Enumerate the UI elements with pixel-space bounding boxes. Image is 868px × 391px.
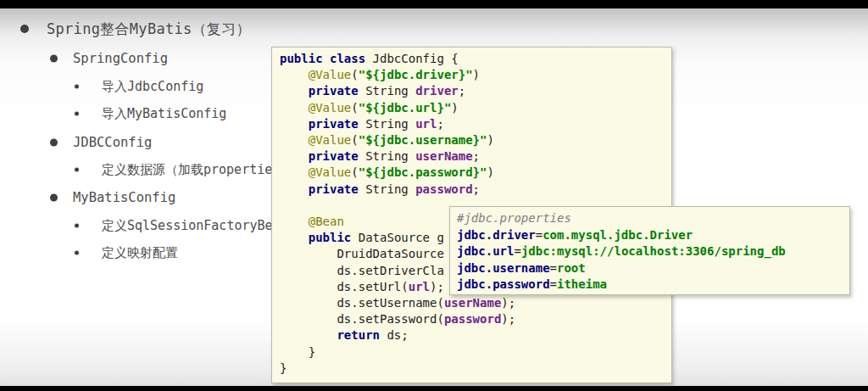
bullet-icon bbox=[50, 55, 58, 63]
outline-item-label: 导入JdbcConfig bbox=[102, 79, 203, 95]
code-line: jdbc.url=jdbc:mysql://localhost:3306/spr… bbox=[457, 243, 849, 260]
top-letterbox-bar bbox=[0, 0, 868, 8]
bullet-icon bbox=[75, 112, 79, 116]
code-line: } bbox=[280, 360, 671, 377]
bullet-icon bbox=[50, 194, 58, 202]
outline-item-label: 定义数据源（加载propertie bbox=[102, 162, 272, 178]
bottom-letterbox-bar bbox=[0, 386, 868, 391]
bullet-icon bbox=[75, 251, 79, 255]
outline-item-label: 导入MyBatisConfig bbox=[102, 106, 226, 122]
properties-code-panel: #jdbc.propertiesjdbc.driver=com.mysql.jd… bbox=[449, 206, 850, 295]
code-line: jdbc.driver=com.mysql.jdbc.Driver bbox=[457, 227, 849, 244]
outline-item-label: MyBatisConfig bbox=[73, 190, 175, 205]
code-line: private String userName; bbox=[280, 148, 671, 165]
code-line: private String driver; bbox=[280, 83, 671, 99]
code-line: @Value("${jdbc.url}") bbox=[280, 100, 671, 116]
bullet-icon bbox=[75, 168, 79, 172]
code-line: private String password; bbox=[280, 182, 671, 198]
code-line: @Value("${jdbc.username}") bbox=[280, 132, 671, 148]
outline-item-label: SpringConfig bbox=[73, 51, 168, 66]
outline-item-label: JDBCConfig bbox=[73, 135, 152, 150]
bullet-icon bbox=[75, 224, 79, 228]
bullet-icon bbox=[20, 25, 29, 33]
code-line: #jdbc.properties bbox=[457, 210, 849, 227]
slide: Spring整合MyBatis（复习） SpringConfig导入JdbcCo… bbox=[0, 8, 868, 386]
code-line: } bbox=[280, 344, 671, 360]
code-line: private String url; bbox=[280, 116, 671, 132]
slide-title-row: Spring整合MyBatis（复习） bbox=[0, 19, 868, 39]
code-line: jdbc.password=itheima bbox=[457, 276, 849, 293]
code-line: ds.setPassword(password); bbox=[280, 311, 671, 327]
bullet-icon bbox=[75, 85, 79, 89]
code-line: @Value("${jdbc.driver}") bbox=[280, 67, 671, 83]
outline-item-label: 定义SqlSessionFactoryBe bbox=[102, 218, 273, 234]
code-line: return ds; bbox=[280, 327, 671, 344]
outline-item-label: 定义映射配置 bbox=[102, 245, 178, 261]
slide-title: Spring整合MyBatis（复习） bbox=[47, 20, 251, 39]
code-line: @Value("${jdbc.password}") bbox=[280, 165, 671, 181]
code-line: jdbc.username=root bbox=[457, 260, 849, 277]
code-line: public class JdbcConfig { bbox=[280, 51, 671, 67]
code-line: ds.setUsername(userName); bbox=[280, 295, 671, 311]
bullet-icon bbox=[50, 139, 58, 147]
